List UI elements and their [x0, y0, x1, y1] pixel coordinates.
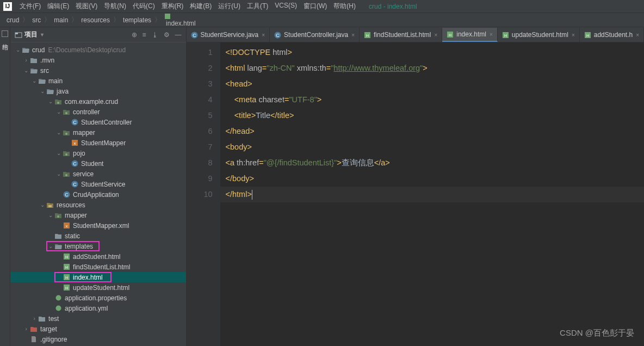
breadcrumb-item[interactable]: crud	[5, 16, 20, 24]
code-line[interactable]: </body>	[220, 171, 644, 187]
tree-node[interactable]: ⌄mapper	[10, 127, 185, 138]
tree-node[interactable]: application.properties	[10, 293, 185, 303]
tree-arrow-icon[interactable]: ⌄	[23, 67, 29, 73]
close-icon[interactable]: ×	[262, 32, 265, 38]
tree-node[interactable]: HfindStudentList.html	[10, 262, 185, 272]
tree-node[interactable]: HaddStudent.html	[10, 251, 185, 262]
tree-node[interactable]: CStudentService	[10, 179, 185, 189]
close-icon[interactable]: ×	[490, 32, 493, 38]
hide-icon[interactable]: —	[175, 31, 182, 39]
menu-item[interactable]: 重构(R)	[158, 2, 187, 11]
breadcrumb-item[interactable]: templates	[122, 16, 152, 24]
close-icon[interactable]: ×	[636, 32, 639, 38]
close-icon[interactable]: ×	[434, 32, 437, 38]
code-line[interactable]: <a th:href="@{/findStudentList}">查询信息</a…	[220, 155, 644, 171]
select-opened-file-icon[interactable]: ⊕	[132, 31, 137, 39]
tree-arrow-icon[interactable]: ›	[31, 316, 38, 322]
editor-tab[interactable]: HaddStudent.h×	[580, 28, 644, 42]
editor-tab[interactable]: CStudentController.java×	[270, 28, 360, 42]
code-line[interactable]: <!DOCTYPE html>	[220, 45, 644, 60]
tree-node[interactable]: ⌄controller	[10, 107, 185, 117]
menu-item[interactable]: 帮助(H)	[330, 2, 359, 11]
code-line[interactable]: <title>Title</title>	[220, 108, 644, 123]
project-tree[interactable]: ⌄crudE:\Documets\Desktop\crud›.mvn⌄src⌄m…	[10, 42, 185, 346]
tree-node[interactable]: application.yml	[10, 303, 185, 313]
code-content[interactable]: <!DOCTYPE html><html lang="zh-CN" xmlns:…	[220, 42, 644, 346]
tree-node[interactable]: xStudentMapper	[10, 138, 185, 148]
tree-arrow-icon[interactable]: ⌄	[15, 47, 21, 53]
tree-arrow-icon[interactable]: ⌄	[55, 129, 62, 135]
menu-item[interactable]: 代码(C)	[129, 2, 158, 11]
menu-item[interactable]: 导航(N)	[101, 2, 129, 11]
tree-node[interactable]: ›target	[10, 324, 185, 334]
breadcrumb-separator: 〉	[111, 15, 122, 24]
breadcrumb-item[interactable]: src	[31, 16, 42, 24]
tree-node[interactable]: ⌄pojo	[10, 148, 185, 158]
close-icon[interactable]: ×	[351, 32, 355, 38]
menu-item[interactable]: 工具(T)	[244, 2, 271, 11]
settings-icon[interactable]: ⚙	[164, 31, 170, 39]
menu-item[interactable]: 构建(B)	[187, 2, 215, 11]
tool-window-stripe[interactable]: 结构	[0, 27, 10, 346]
tree-arrow-icon[interactable]: ⌄	[31, 78, 38, 84]
tree-arrow-icon[interactable]: ⌄	[55, 171, 62, 177]
menu-item[interactable]: VCS(S)	[271, 2, 300, 11]
breadcrumb-item[interactable]: resources	[80, 16, 111, 24]
pkg-icon	[62, 108, 71, 116]
menu-item[interactable]: 视图(V)	[72, 2, 101, 11]
editor-tab[interactable]: Hindex.html×	[442, 28, 498, 42]
code-line[interactable]: <body>	[220, 139, 644, 155]
editor-tab[interactable]: HupdateStudent.html×	[498, 28, 580, 42]
tree-node[interactable]: ⌄crudE:\Documets\Desktop\crud	[10, 45, 185, 55]
tree-node[interactable]: ›.mvn	[10, 55, 185, 65]
editor-tabs: CStudentService.java×CStudentController.…	[187, 27, 644, 42]
class-icon: C	[191, 32, 198, 39]
tree-arrow-icon[interactable]: ⌄	[39, 202, 46, 208]
tree-node[interactable]: .gitignore	[10, 334, 185, 344]
menu-item[interactable]: 文件(F)	[16, 2, 44, 11]
tree-arrow-icon[interactable]: ⌄	[47, 98, 54, 104]
menu-item[interactable]: 运行(U)	[215, 2, 244, 11]
tree-node[interactable]: ⌄main	[10, 76, 185, 86]
tree-arrow-icon[interactable]: ⌄	[55, 109, 62, 115]
tree-node[interactable]: CCrudApplication	[10, 189, 185, 200]
tree-arrow-icon[interactable]: ›	[23, 326, 29, 332]
tree-node[interactable]: CStudentController	[10, 117, 185, 127]
tree-label: static	[65, 232, 80, 240]
tree-node[interactable]: Hindex.html	[10, 272, 185, 282]
tree-node[interactable]: ›test	[10, 313, 185, 324]
tree-arrow-icon[interactable]: ⌄	[47, 243, 54, 249]
code-line[interactable]: <html lang="zh-CN" xmlns:th="http://www.…	[220, 60, 644, 76]
code-line[interactable]: </head>	[220, 123, 644, 139]
code-editor[interactable]: 12345678910 <!DOCTYPE html><html lang="z…	[187, 42, 644, 346]
tree-node[interactable]: ⌄src	[10, 65, 185, 76]
editor-tab[interactable]: CStudentService.java×	[187, 28, 270, 42]
tree-node[interactable]: CStudent	[10, 158, 185, 169]
tree-arrow-icon[interactable]: ⌄	[47, 212, 54, 218]
editor-tab[interactable]: HfindStudentList.html×	[360, 28, 442, 42]
collapse-all-icon[interactable]: ⭳	[152, 31, 158, 39]
watermark: CSDN @百色彭于晏	[560, 328, 634, 338]
tree-node[interactable]: static	[10, 231, 185, 241]
tree-arrow-icon[interactable]: ⌄	[55, 150, 62, 156]
close-icon[interactable]: ×	[572, 32, 575, 38]
expand-all-icon[interactable]: ≡	[143, 31, 146, 39]
tree-node[interactable]: ⌄service	[10, 169, 185, 179]
menu-item[interactable]: 编辑(E)	[44, 2, 72, 11]
breadcrumb-item[interactable]: index.html	[163, 13, 197, 27]
tree-node[interactable]: ⌄mapper	[10, 210, 185, 220]
breadcrumb-item[interactable]: main	[53, 16, 69, 24]
tree-node[interactable]: ⌄java	[10, 86, 185, 96]
tree-node[interactable]: ⌄resources	[10, 200, 185, 210]
tree-arrow-icon[interactable]: ›	[23, 57, 29, 63]
code-line[interactable]: <head>	[220, 76, 644, 92]
tree-node[interactable]: HupdateStudent.html	[10, 282, 185, 293]
tree-node[interactable]: xStudentMapper.xml	[10, 220, 185, 231]
menu-item[interactable]: 窗口(W)	[300, 2, 330, 11]
tree-arrow-icon[interactable]: ⌄	[39, 88, 46, 94]
tree-node[interactable]: ⌄com.example.crud	[10, 96, 185, 107]
project-panel-title[interactable]: 项目 ▾	[15, 30, 131, 39]
tree-node[interactable]: ⌄templates	[10, 241, 185, 251]
code-line[interactable]: <meta charset="UTF-8">	[220, 92, 644, 108]
code-line[interactable]: </html>	[220, 187, 644, 202]
